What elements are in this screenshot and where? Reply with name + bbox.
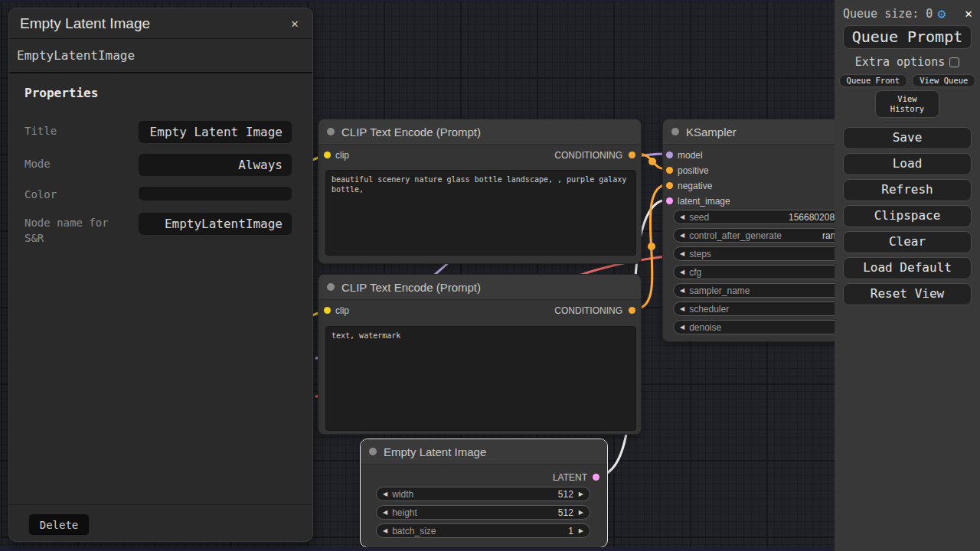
property-label: Color: [24, 187, 126, 202]
widget-label: sampler_name: [689, 285, 750, 296]
close-icon[interactable]: ✕: [288, 15, 302, 32]
widget-batch-size[interactable]: ◀ batch_size 1 ▶: [376, 523, 590, 538]
output-slot-label: LATENT: [553, 472, 587, 483]
increment-arrow-icon[interactable]: ▶: [579, 510, 583, 516]
widget-label: scheduler: [689, 304, 729, 315]
view-queue-button[interactable]: View Queue: [912, 74, 975, 87]
decrement-arrow-icon[interactable]: ◀: [383, 528, 387, 534]
widget-height[interactable]: ◀ height 512 ▶: [376, 505, 590, 520]
queue-prompt-button[interactable]: Queue Prompt: [843, 25, 972, 49]
widget-value: 512: [558, 507, 573, 518]
node-title: KSampler: [686, 126, 737, 139]
node-clip-text-encode-positive[interactable]: CLIP Text Encode (Prompt) clip CONDITION…: [318, 119, 642, 264]
panel-title: Empty Latent Image: [20, 15, 150, 32]
node-empty-latent-image[interactable]: Empty Latent Image LATENT ◀ width 512 ▶ …: [360, 439, 608, 548]
collapse-dot-icon[interactable]: [671, 128, 679, 135]
comfyui-app: { "colors": { "link_clip": "#f5d21a", "l…: [0, 0, 980, 551]
input-slot-negative[interactable]: [666, 182, 673, 189]
title-input[interactable]: Empty Latent Image: [139, 121, 292, 143]
queue-size-row: Queue size: 0 ⚙ ✕: [835, 0, 980, 24]
input-slot-label: clip: [335, 150, 349, 161]
node-name-field[interactable]: EmptyLatentImage: [9, 39, 312, 73]
decrement-arrow-icon[interactable]: ◀: [680, 306, 684, 312]
input-slot-label: positive: [678, 165, 709, 176]
gear-icon[interactable]: ⚙: [937, 7, 946, 21]
panel-divider: [9, 504, 312, 505]
input-slot-label: negative: [678, 181, 712, 191]
input-slot-latent-image[interactable]: [666, 197, 673, 204]
decrement-arrow-icon[interactable]: ◀: [680, 269, 684, 276]
output-slot-label: CONDITIONING: [554, 150, 622, 161]
color-input[interactable]: [139, 187, 292, 201]
queue-small-buttons: Queue Front View Queue: [835, 74, 980, 87]
load-default-button[interactable]: Load Default: [843, 257, 972, 279]
decrement-arrow-icon[interactable]: ◀: [383, 491, 387, 497]
decrement-arrow-icon[interactable]: ◀: [680, 214, 684, 220]
clear-button[interactable]: Clear: [843, 231, 972, 253]
widget-value: 1: [568, 526, 573, 536]
decrement-arrow-icon[interactable]: ◀: [680, 288, 684, 294]
widget-label: cfg: [689, 267, 701, 278]
collapse-dot-icon[interactable]: [327, 128, 335, 135]
input-slot-label: latent_image: [678, 196, 730, 207]
widget-label: height: [392, 507, 417, 518]
decrement-arrow-icon[interactable]: ◀: [383, 510, 387, 516]
widget-value: 1566802087: [789, 212, 840, 223]
decrement-arrow-icon[interactable]: ◀: [680, 233, 684, 239]
canvas-bottom-edge: [0, 547, 980, 551]
view-history-button[interactable]: View History: [875, 90, 939, 118]
decrement-arrow-icon[interactable]: ◀: [680, 324, 684, 331]
queue-size-label: Queue size: 0: [843, 7, 933, 21]
widget-value: 512: [558, 489, 573, 500]
increment-arrow-icon[interactable]: ▶: [579, 491, 583, 497]
sidebar-main-buttons: Save Load Refresh Clipspace Clear Load D…: [835, 127, 980, 305]
save-button[interactable]: Save: [843, 127, 972, 149]
reset-view-button[interactable]: Reset View: [843, 283, 972, 305]
node-header[interactable]: Empty Latent Image: [361, 439, 607, 465]
extra-options-checkbox[interactable]: [949, 57, 959, 67]
canvas-top-edge: [0, 0, 980, 2]
input-slot-label: model: [678, 150, 703, 161]
panel-titlebar: Empty Latent Image ✕: [9, 8, 312, 39]
input-slot-clip[interactable]: [324, 307, 331, 314]
node-title: CLIP Text Encode (Prompt): [341, 281, 481, 294]
close-icon[interactable]: ✕: [965, 6, 972, 21]
widget-label: denoise: [689, 322, 721, 333]
output-slot-latent[interactable]: [593, 474, 599, 481]
extra-options-label: Extra options: [855, 55, 945, 69]
output-slot-conditioning[interactable]: [629, 152, 635, 158]
increment-arrow-icon[interactable]: ▶: [579, 528, 583, 534]
clipspace-button[interactable]: Clipspace: [843, 205, 972, 227]
widget-label: seed: [689, 212, 709, 223]
widget-width[interactable]: ◀ width 512 ▶: [376, 487, 590, 501]
node-name-sr-input[interactable]: EmptyLatentImage: [139, 213, 292, 235]
node-title: Empty Latent Image: [384, 445, 486, 458]
input-slot-positive[interactable]: [666, 167, 673, 174]
node-properties-panel: Empty Latent Image ✕ EmptyLatentImage Pr…: [8, 8, 313, 542]
property-label: Node name for S&R: [24, 215, 126, 246]
node-header[interactable]: CLIP Text Encode (Prompt): [318, 275, 641, 300]
delete-button[interactable]: Delete: [28, 514, 90, 536]
node-clip-text-encode-negative[interactable]: CLIP Text Encode (Prompt) clip CONDITION…: [318, 274, 642, 435]
widget-label: control_after_generate: [689, 230, 782, 241]
refresh-button[interactable]: Refresh: [843, 179, 972, 201]
collapse-dot-icon[interactable]: [369, 448, 377, 455]
prompt-textarea[interactable]: text, watermark: [325, 326, 636, 431]
prompt-textarea[interactable]: beautiful scenery nature glass bottle la…: [325, 170, 636, 256]
output-slot-label: CONDITIONING: [554, 305, 622, 316]
queue-sidebar: Queue size: 0 ⚙ ✕ Queue Prompt Extra opt…: [835, 0, 980, 551]
extra-options-row: Extra options: [835, 55, 980, 69]
output-slot-conditioning[interactable]: [629, 307, 635, 314]
property-label: Mode: [24, 156, 126, 171]
collapse-dot-icon[interactable]: [327, 283, 335, 291]
widget-label: width: [392, 489, 413, 500]
input-slot-clip[interactable]: [324, 152, 331, 158]
input-slot-model[interactable]: [666, 152, 673, 158]
load-button[interactable]: Load: [843, 153, 972, 175]
widget-label: batch_size: [392, 526, 436, 536]
property-label: Title: [24, 123, 126, 139]
decrement-arrow-icon[interactable]: ◀: [680, 251, 684, 257]
mode-select[interactable]: Always: [139, 154, 292, 176]
queue-front-button[interactable]: Queue Front: [839, 74, 908, 87]
node-header[interactable]: CLIP Text Encode (Prompt): [318, 119, 641, 145]
